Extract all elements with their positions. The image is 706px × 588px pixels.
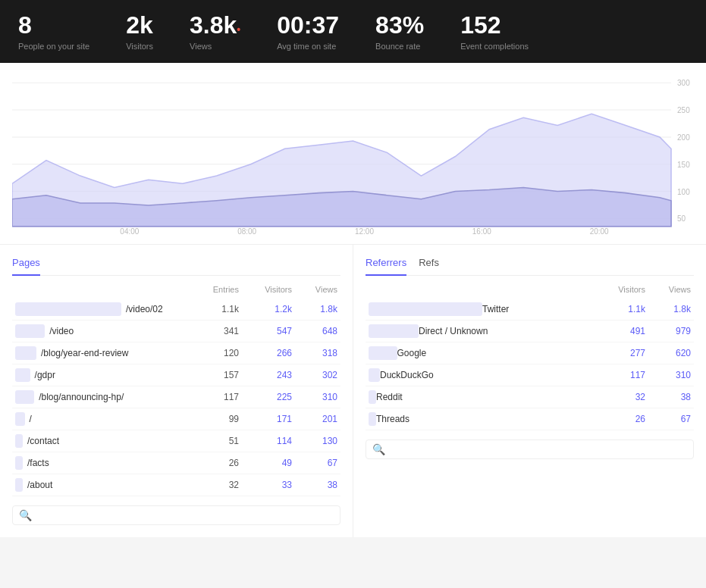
page-name-cell: /gdpr: [15, 368, 186, 382]
refs-table-row[interactable]: Google 277 620: [366, 342, 694, 364]
page-name-cell: /about: [15, 478, 186, 492]
pages-table-header: Entries Visitors Views: [12, 285, 340, 294]
pages-table-row[interactable]: /blog/year-end-review 120 266 318: [12, 342, 340, 364]
cell-entries: 1.1k: [186, 304, 239, 314]
refs-table-body: Twitter 1.1k 1.8k Direct / Unknown 491 9…: [366, 299, 694, 430]
x-label-0400: 04:00: [120, 227, 139, 236]
ref-name-text: Threads: [376, 414, 409, 424]
cell-ref-visitors: 491: [585, 326, 645, 336]
cell-views: 648: [292, 326, 337, 336]
ref-name-cell: Threads: [369, 412, 585, 426]
cell-views: 310: [292, 392, 337, 402]
page-bar: [15, 302, 121, 316]
cell-views: 302: [292, 370, 337, 380]
metric-events-label: Event completions: [460, 42, 529, 51]
page-name-cell: /: [15, 412, 186, 426]
page-bar: [15, 478, 23, 492]
page-name-text: /contact: [27, 436, 59, 446]
pages-table-row[interactable]: / 99 171 201: [12, 408, 340, 430]
y-label-200: 200: [677, 133, 690, 142]
page-name-cell: /contact: [15, 434, 186, 448]
page-name-cell: /blog/year-end-review: [15, 346, 186, 360]
refs-search-bar[interactable]: 🔍: [366, 439, 694, 459]
metric-bounce: 83% Bounce rate: [375, 12, 424, 51]
page-name-text: /blog/year-end-review: [41, 348, 128, 358]
refs-table-row[interactable]: Reddit 32 38: [366, 386, 694, 408]
cell-visitors: 1.2k: [239, 304, 292, 314]
cell-entries: 51: [186, 436, 239, 446]
page-bar: [15, 346, 36, 360]
cell-views: 38: [292, 480, 337, 490]
referrers-panel: Referrers Refs Visitors Views Twitter 1.…: [353, 245, 706, 537]
cell-entries: 99: [186, 414, 239, 424]
bottom-section: Pages Entries Visitors Views /video/02 1…: [0, 245, 706, 537]
pages-table-row[interactable]: /video/02 1.1k 1.2k 1.8k: [12, 299, 340, 321]
page-name-cell: /facts: [15, 456, 186, 470]
cell-visitors: 49: [239, 458, 292, 468]
pages-table-row[interactable]: /blog/announcing-hp/ 117 225 310: [12, 386, 340, 408]
ref-name-cell: DuckDuckGo: [369, 368, 585, 382]
x-label-0800: 08:00: [237, 227, 256, 236]
page-bar: [15, 412, 25, 426]
chart-svg: 300 250 200 150 100 50 04:00 08:00 12:00…: [12, 75, 694, 238]
cell-visitors: 33: [239, 480, 292, 490]
cell-ref-visitors: 32: [585, 392, 645, 402]
ref-bar: [369, 412, 376, 426]
page-name-text: /gdpr: [35, 370, 55, 380]
metric-views: 3.8k• Views: [190, 12, 240, 51]
pages-panel-header: Pages: [12, 257, 340, 276]
pages-search-bar[interactable]: 🔍: [12, 505, 340, 525]
pages-table-row[interactable]: /gdpr 157 243 302: [12, 364, 340, 386]
cell-ref-views: 979: [645, 326, 691, 336]
pages-table-row[interactable]: /facts 26 49 67: [12, 452, 340, 474]
y-label-300: 300: [677, 79, 690, 87]
page-name-text: /video/02: [126, 304, 163, 314]
cell-visitors: 243: [239, 370, 292, 380]
pages-table-row[interactable]: /video 341 547 648: [12, 321, 340, 342]
page-bar: [15, 324, 45, 338]
y-label-250: 250: [677, 106, 690, 114]
metric-events-value: 152: [460, 12, 529, 39]
ref-name-text: Direct / Unknown: [419, 326, 488, 336]
y-label-50: 50: [677, 215, 686, 224]
cell-entries: 157: [186, 370, 239, 380]
ref-name-text: Google: [397, 348, 427, 358]
refs-table-row[interactable]: DuckDuckGo 117 310: [366, 364, 694, 386]
chart-area: 300 250 200 150 100 50 04:00 08:00 12:00…: [0, 63, 706, 245]
ref-name-text: Twitter: [482, 304, 509, 314]
cell-ref-views: 1.8k: [645, 304, 691, 314]
col-ref-visitors-header: Visitors: [585, 285, 645, 294]
cell-entries: 26: [186, 458, 239, 468]
page-bar: [15, 390, 34, 404]
refs-tab[interactable]: Refs: [419, 257, 439, 269]
cell-ref-views: 310: [645, 370, 691, 380]
refs-table-row[interactable]: Direct / Unknown 491 979: [366, 321, 694, 342]
y-label-100: 100: [677, 188, 690, 196]
ref-bar: [369, 302, 482, 316]
header-bar: 8 People on your site 2k Visitors 3.8k• …: [0, 0, 706, 63]
referrers-tab[interactable]: Referrers: [366, 257, 406, 276]
pages-table-row[interactable]: /contact 51 114 130: [12, 430, 340, 452]
cell-visitors: 114: [239, 436, 292, 446]
x-label-1200: 12:00: [355, 227, 374, 236]
page-name-text: /video: [49, 326, 74, 336]
ref-name-cell: Direct / Unknown: [369, 324, 585, 338]
pages-table-body: /video/02 1.1k 1.2k 1.8k /video 341 547 …: [12, 299, 340, 496]
refs-table-row[interactable]: Twitter 1.1k 1.8k: [366, 299, 694, 321]
metric-visitors-value: 2k: [126, 12, 153, 39]
page-name-cell: /video/02: [15, 302, 186, 316]
cell-views: 130: [292, 436, 337, 446]
metric-bounce-label: Bounce rate: [375, 42, 424, 51]
ref-bar: [369, 390, 376, 404]
metric-avg-time-label: Avg time on site: [277, 42, 339, 51]
metric-avg-time-value: 00:37: [277, 12, 339, 39]
x-label-1600: 16:00: [472, 227, 491, 236]
ref-name-cell: Google: [369, 346, 585, 360]
refs-table-row[interactable]: Threads 26 67: [366, 408, 694, 430]
cell-ref-views: 38: [645, 392, 691, 402]
page-name-cell: /blog/announcing-hp/: [15, 390, 186, 404]
pages-tab[interactable]: Pages: [12, 257, 40, 276]
pages-table-row[interactable]: /about 32 33 38: [12, 474, 340, 496]
metric-people-value: 8: [18, 12, 89, 39]
metric-events: 152 Event completions: [460, 12, 529, 51]
